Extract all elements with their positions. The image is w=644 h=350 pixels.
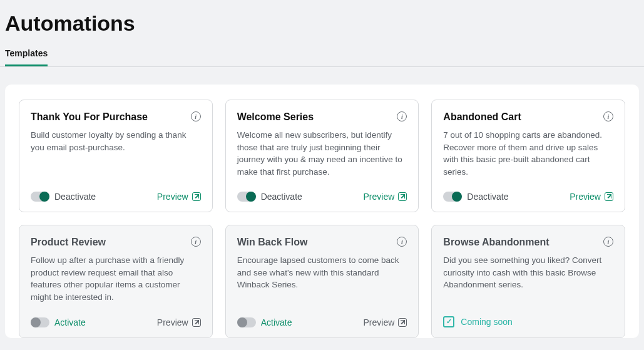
toggle-label: Deactivate [467, 192, 508, 202]
card-description: Build customer loyalty by sending a than… [31, 129, 201, 178]
preview-link[interactable]: Preview [364, 317, 407, 327]
preview-label: Preview [157, 192, 188, 202]
preview-link[interactable]: Preview [364, 192, 407, 202]
card-product-review: Product Review i Follow up after a purch… [19, 225, 213, 337]
toggle-label: Deactivate [54, 192, 96, 202]
card-description: 7 out of 10 shopping carts are abandoned… [443, 129, 613, 178]
tab-templates[interactable]: Templates [5, 43, 48, 66]
preview-label: Preview [157, 317, 188, 327]
card-thank-you: Thank You For Purchase i Build customer … [19, 100, 213, 212]
card-description: Follow up after a purchase with a friend… [31, 254, 201, 303]
preview-link[interactable]: Preview [157, 192, 201, 202]
toggle-switch[interactable] [237, 317, 256, 327]
preview-label: Preview [364, 192, 395, 202]
external-link-icon [398, 318, 407, 327]
toggle-activate[interactable]: Activate [31, 317, 86, 327]
external-link-icon [398, 192, 407, 201]
coming-soon-label: Coming soon [461, 317, 513, 327]
toggle-switch[interactable] [443, 192, 462, 202]
preview-link[interactable]: Preview [570, 192, 613, 202]
toggle-label: Activate [54, 317, 86, 327]
info-icon[interactable]: i [603, 237, 613, 247]
toggle-switch[interactable] [31, 192, 49, 202]
card-title: Win Back Flow [237, 237, 308, 248]
card-title: Browse Abandonment [443, 237, 549, 248]
coming-soon: ✓ Coming soon [443, 316, 613, 327]
info-icon[interactable]: i [397, 237, 407, 247]
external-link-icon [192, 318, 201, 327]
info-icon[interactable]: i [191, 111, 201, 121]
page-title: Automations [0, 0, 644, 39]
card-title: Abandoned Cart [443, 111, 521, 123]
card-title: Welcome Series [237, 111, 314, 123]
info-icon[interactable]: i [603, 111, 613, 121]
template-grid: Thank You For Purchase i Build customer … [19, 100, 625, 338]
toggle-activate[interactable]: Activate [237, 317, 292, 327]
toggle-label: Deactivate [261, 192, 302, 202]
card-win-back-flow: Win Back Flow i Encourage lapsed custome… [225, 225, 419, 337]
toggle-switch[interactable] [31, 317, 49, 327]
toggle-switch[interactable] [237, 192, 256, 202]
card-abandoned-cart: Abandoned Cart i 7 out of 10 shopping ca… [431, 100, 625, 212]
external-link-icon [605, 192, 613, 201]
toggle-deactivate[interactable]: Deactivate [237, 192, 302, 202]
card-description: Did you see something you liked? Convert… [443, 254, 613, 302]
preview-link[interactable]: Preview [157, 317, 201, 327]
card-title: Thank You For Purchase [31, 111, 148, 123]
card-description: Welcome all new subscribers, but identif… [237, 129, 407, 178]
info-icon[interactable]: i [397, 111, 407, 121]
templates-panel: Thank You For Purchase i Build customer … [5, 85, 639, 338]
toggle-deactivate[interactable]: Deactivate [31, 192, 96, 202]
card-description: Encourage lapsed customers to come back … [237, 254, 407, 303]
toggle-deactivate[interactable]: Deactivate [443, 192, 508, 202]
card-title: Product Review [31, 237, 106, 248]
check-icon: ✓ [443, 316, 454, 327]
external-link-icon [192, 192, 201, 201]
preview-label: Preview [364, 317, 395, 327]
info-icon[interactable]: i [191, 237, 201, 247]
tabs: Templates [0, 43, 644, 67]
preview-label: Preview [570, 192, 601, 202]
card-browse-abandonment: Browse Abandonment i Did you see somethi… [431, 225, 625, 337]
card-welcome-series: Welcome Series i Welcome all new subscri… [225, 100, 419, 212]
toggle-label: Activate [261, 317, 292, 327]
